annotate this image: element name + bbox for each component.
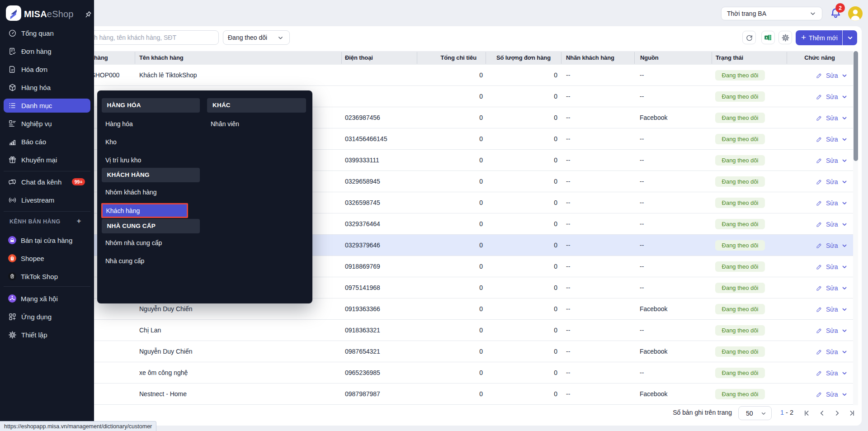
svg-text:X: X: [765, 36, 768, 40]
